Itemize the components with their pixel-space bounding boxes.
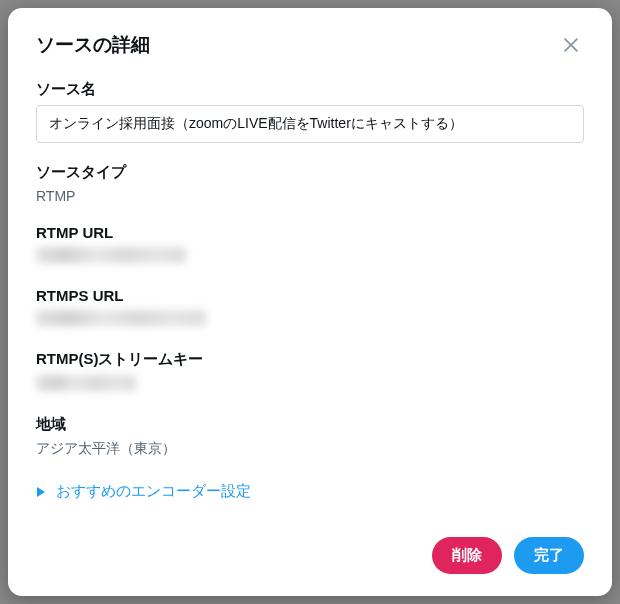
rtmp-url-field: RTMP URL — [36, 224, 584, 267]
region-value: アジア太平洋（東京） — [36, 440, 584, 458]
region-field: 地域 アジア太平洋（東京） — [36, 415, 584, 458]
chevron-right-icon — [36, 486, 46, 498]
source-name-input[interactable] — [36, 105, 584, 143]
encoder-settings-label: おすすめのエンコーダー設定 — [56, 482, 251, 501]
delete-button[interactable]: 削除 — [432, 537, 502, 574]
modal-footer: 削除 完了 — [8, 519, 612, 596]
close-button[interactable] — [554, 28, 588, 62]
region-label: 地域 — [36, 415, 584, 434]
source-type-value: RTMP — [36, 188, 584, 204]
done-button[interactable]: 完了 — [514, 537, 584, 574]
rtmp-url-label: RTMP URL — [36, 224, 584, 241]
modal-title: ソースの詳細 — [36, 32, 150, 58]
stream-key-value — [36, 375, 584, 395]
source-name-label: ソース名 — [36, 80, 584, 99]
close-icon — [560, 34, 582, 56]
modal-header: ソースの詳細 — [8, 8, 612, 72]
source-type-field: ソースタイプ RTMP — [36, 163, 584, 204]
stream-key-label: RTMP(S)ストリームキー — [36, 350, 584, 369]
source-details-modal: ソースの詳細 ソース名 ソースタイプ RTMP RTMP URL RTMPS U… — [8, 8, 612, 596]
rtmps-url-label: RTMPS URL — [36, 287, 584, 304]
source-type-label: ソースタイプ — [36, 163, 584, 182]
modal-body: ソース名 ソースタイプ RTMP RTMP URL RTMPS URL RTMP… — [8, 72, 612, 519]
source-name-field: ソース名 — [36, 80, 584, 143]
rtmp-url-value — [36, 247, 584, 267]
encoder-settings-toggle[interactable]: おすすめのエンコーダー設定 — [36, 478, 584, 505]
stream-key-field: RTMP(S)ストリームキー — [36, 350, 584, 395]
rtmps-url-field: RTMPS URL — [36, 287, 584, 330]
rtmps-url-value — [36, 310, 584, 330]
